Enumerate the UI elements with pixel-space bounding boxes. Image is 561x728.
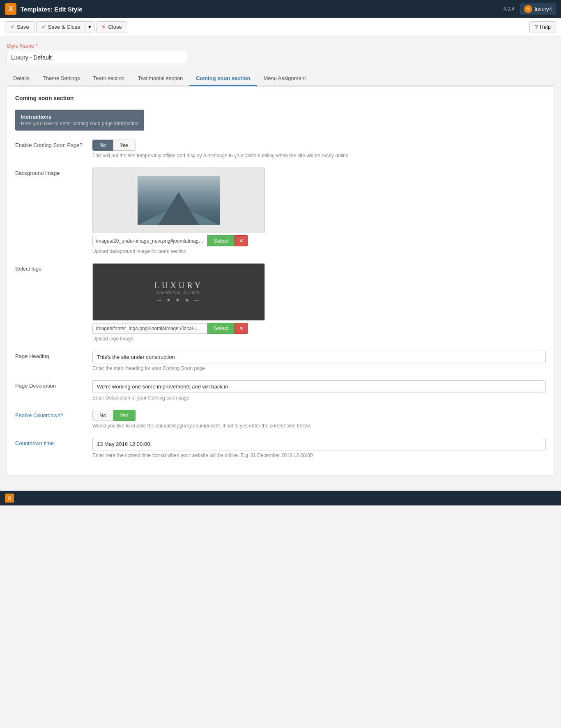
save-icon: ✔ (10, 24, 15, 30)
luxury-logo: LUXURY COMING SOON — ★ ★ ★ — (154, 281, 203, 303)
topbar: X Templates: Edit Style 4.0.4 ✎ luxury4 (0, 0, 561, 18)
footer-bar: X (0, 491, 561, 505)
help-icon: ? (535, 24, 538, 30)
enable-countdown-hint: Would you like to enable the animated jQ… (92, 423, 546, 429)
toolbar: ✔ Save ✔ Save & Close ▾ ✕ Close ? Help (0, 18, 561, 36)
footer-logo: X (5, 494, 14, 503)
enable-countdown-row: Enable Countdown? No Yes Would you like … (15, 410, 546, 429)
save-close-group: ✔ Save & Close ▾ (36, 21, 95, 32)
enable-coming-soon-hint: This will put the site temporarily offli… (92, 153, 546, 158)
page-heading-label: Page Heading (15, 351, 85, 359)
close-icon: ✕ (101, 24, 106, 30)
mountain-image (138, 176, 220, 225)
enable-countdown-control: No Yes Would you like to enable the anim… (92, 410, 546, 429)
background-image-clear-button[interactable]: ✕ (235, 235, 248, 246)
page-description-label: Page Description (15, 380, 85, 389)
topbar-right: 4.0.4 ✎ luxury4 (503, 3, 556, 15)
background-image-row: Background image images/20_under-image_n… (15, 168, 546, 254)
logo-hint: Upload logo image (92, 336, 546, 342)
save-label: Save (17, 24, 29, 30)
background-image-preview (92, 168, 265, 233)
topbar-left: X Templates: Edit Style (5, 3, 83, 15)
yes-button-coming-soon[interactable]: Yes (113, 140, 136, 151)
background-image-label: Background image (15, 168, 85, 176)
page-heading-hint: Enter the main heading for your Coming S… (92, 365, 546, 371)
logo-select-button[interactable]: Select (207, 323, 235, 334)
enable-coming-soon-label: Enable Coming Soon Page? (15, 140, 85, 148)
tab-menu-assignment[interactable]: Menu Assignment (257, 71, 312, 86)
logo-path-row: images/footer_logo.png#joomlaImage://loc… (92, 323, 546, 334)
page-heading-row: Page Heading Enter the main heading for … (15, 351, 546, 371)
page-heading-input[interactable] (92, 351, 546, 363)
tab-coming-soon-section[interactable]: Coming soon section (189, 71, 257, 86)
save-close-label: Save & Close (48, 24, 80, 30)
luxury-logo-sub: COMING SOON (154, 290, 203, 295)
close-label: Close (108, 24, 122, 30)
background-image-select-button[interactable]: Select (207, 235, 235, 246)
instructions-title: Instructions (21, 114, 138, 120)
main-content: Style Name * Details Theme Settings Team… (0, 36, 561, 482)
section-panel: Coming soon section Instructions Here yo… (7, 86, 554, 476)
save-close-icon: ✔ (41, 24, 46, 30)
background-image-hint: Upload background image for team section (92, 248, 546, 254)
page-description-hint: Enter Description of your Coming soon pa… (92, 395, 546, 401)
no-button-coming-soon[interactable]: No (92, 140, 113, 151)
instructions-block: Instructions Here you have to enter comi… (15, 110, 144, 131)
logo-clear-button[interactable]: ✕ (235, 323, 248, 334)
countdown-time-hint: Enter here the correct time format when … (92, 452, 546, 458)
countdown-time-input[interactable] (92, 438, 546, 450)
close-button[interactable]: ✕ Close (96, 21, 127, 32)
save-dropdown-button[interactable]: ▾ (85, 21, 94, 32)
luxury-logo-main: LUXURY (154, 281, 203, 290)
page-description-control: Enter Description of your Coming soon pa… (92, 380, 546, 401)
page-description-input[interactable] (92, 380, 546, 393)
background-image-control: images/20_under-image_new.png#joomlaImag… (92, 168, 546, 254)
toolbar-buttons: ✔ Save ✔ Save & Close ▾ ✕ Close (5, 21, 127, 32)
tab-theme-settings[interactable]: Theme Settings (36, 71, 87, 86)
page-title: Templates: Edit Style (21, 6, 83, 13)
user-menu[interactable]: ✎ luxury4 (520, 3, 556, 15)
enable-coming-soon-row: Enable Coming Soon Page? No Yes This wil… (15, 140, 546, 158)
style-name-label: Style Name * (7, 43, 554, 49)
help-button[interactable]: ? Help (529, 21, 556, 32)
no-button-countdown[interactable]: No (92, 410, 113, 421)
user-icon-char: ✎ (527, 7, 530, 12)
select-logo-row: Select logo LUXURY COMING SOON — ★ ★ ★ —… (15, 263, 546, 342)
enable-countdown-toggle: No Yes (92, 410, 546, 421)
enable-countdown-label: Enable Countdown? (15, 410, 85, 418)
required-mark: * (36, 43, 38, 49)
yes-button-countdown[interactable]: Yes (113, 410, 136, 421)
countdown-time-control: Enter here the correct time format when … (92, 438, 546, 458)
luxury-logo-stars: — ★ ★ ★ — (154, 297, 203, 303)
background-image-path-row: images/20_under-image_new.png#joomlaImag… (92, 235, 546, 246)
select-logo-label: Select logo (15, 263, 85, 272)
user-avatar: ✎ (524, 5, 532, 13)
page-description-row: Page Description Enter Description of yo… (15, 380, 546, 401)
version-label: 4.0.4 (503, 6, 514, 12)
page-heading-control: Enter the main heading for your Coming S… (92, 351, 546, 371)
style-name-field: Style Name * (7, 43, 554, 64)
save-close-button[interactable]: ✔ Save & Close (36, 21, 85, 32)
tab-testimonial-section[interactable]: Testimonial section (131, 71, 189, 86)
background-image-path: images/20_under-image_new.png#joomlaImag… (92, 236, 207, 246)
tabs-bar: Details Theme Settings Team section Test… (7, 71, 554, 86)
select-logo-control: LUXURY COMING SOON — ★ ★ ★ — images/foot… (92, 263, 546, 342)
countdown-time-label: Countdown time (15, 438, 85, 446)
instructions-subtitle: Here you have to enter coming soon page … (21, 121, 138, 126)
save-button[interactable]: ✔ Save (5, 21, 34, 32)
tab-team-section[interactable]: Team section (87, 71, 131, 86)
tab-details[interactable]: Details (7, 71, 36, 86)
section-title: Coming soon section (15, 95, 546, 101)
enable-coming-soon-control: No Yes This will put the site temporaril… (92, 140, 546, 158)
logo-path: images/footer_logo.png#joomlaImage://loc… (92, 323, 207, 334)
countdown-time-row: Countdown time Enter here the correct ti… (15, 438, 546, 458)
joomla-logo: X (5, 3, 16, 15)
logo-preview: LUXURY COMING SOON — ★ ★ ★ — (92, 263, 265, 321)
help-label: Help (540, 24, 551, 30)
enable-coming-soon-toggle: No Yes (92, 140, 546, 151)
username-label: luxury4 (535, 6, 552, 12)
style-name-input[interactable] (7, 51, 187, 64)
